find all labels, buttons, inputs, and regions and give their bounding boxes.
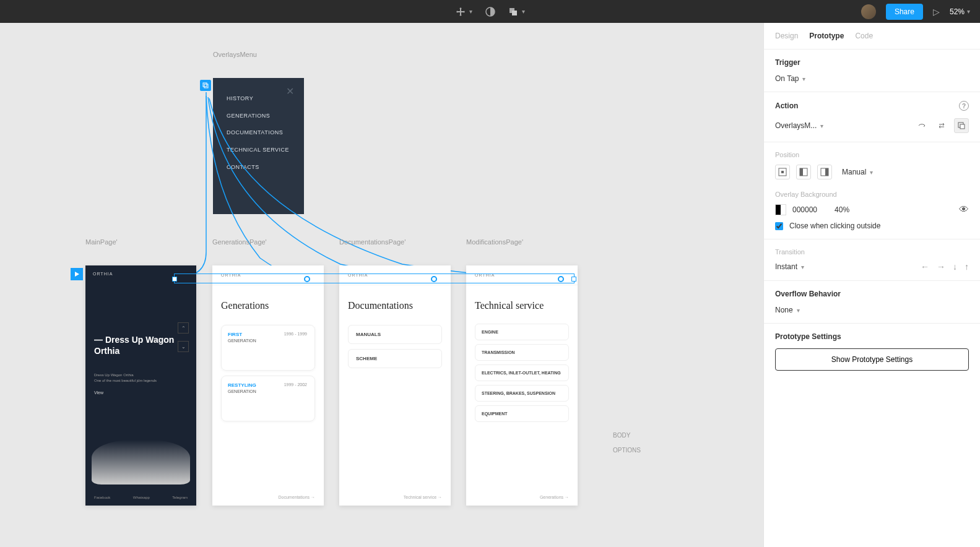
pos-center-icon[interactable]: [775, 165, 790, 179]
navigate-icon[interactable]: [914, 118, 929, 133]
pos-left-icon[interactable]: [796, 165, 811, 179]
menu-item[interactable]: GENERATIONS: [227, 113, 290, 120]
down-icon[interactable]: ⌄: [178, 341, 189, 352]
chevron-down-icon: ▾: [469, 8, 472, 15]
move-tool[interactable]: ▾: [456, 7, 472, 17]
contrast-tool[interactable]: [485, 6, 496, 17]
play-start-icon[interactable]: [71, 268, 83, 280]
documentations-frame[interactable]: ORTHIA Documentations MANUALS SCHEME Tec…: [339, 265, 451, 506]
share-button[interactable]: Share: [886, 4, 923, 20]
position-dropdown[interactable]: Manual▾: [842, 168, 873, 176]
mod-button[interactable]: ENGINE: [475, 324, 569, 340]
transition-label: Transition: [775, 248, 969, 256]
car-image: [92, 440, 190, 485]
overlay-action-icon[interactable]: [954, 118, 969, 133]
svg-rect-2: [512, 11, 517, 15]
color-swatch[interactable]: [775, 204, 786, 215]
swap-icon[interactable]: [934, 118, 949, 133]
svg-rect-6: [960, 124, 965, 129]
action-target-dropdown[interactable]: OverlaysM...▾: [775, 121, 823, 130]
help-icon[interactable]: ?: [959, 101, 969, 111]
footer-link[interactable]: Generations →: [540, 495, 569, 499]
svg-rect-10: [800, 168, 803, 176]
mainpage-frame[interactable]: ORTHIA ⌃ ⌄ — Dress Up Wagon Orthia Dress…: [85, 265, 196, 506]
generations-frame[interactable]: ORTHIA Generations 1996 - 1999 FIRST GEN…: [212, 265, 324, 506]
connection-node[interactable]: [304, 276, 310, 282]
avatar[interactable]: [861, 4, 876, 19]
up-icon[interactable]: ⌃: [178, 322, 189, 334]
tab-design[interactable]: Design: [775, 32, 798, 40]
menu-item[interactable]: DOCUMENTATIONS: [227, 129, 290, 137]
pos-right-icon[interactable]: [817, 165, 832, 179]
footer-link[interactable]: Technical service →: [404, 495, 442, 499]
overflow-title: Overflow Behavior: [775, 290, 969, 298]
svg-rect-8: [781, 171, 784, 173]
page-title: Documentations: [339, 285, 451, 320]
footer-link[interactable]: Documentations →: [278, 495, 315, 499]
play-icon[interactable]: ▷: [933, 7, 940, 17]
close-outside-checkbox[interactable]: Close when clicking outside: [775, 222, 969, 230]
mod-button[interactable]: STEERING, BRAKES, SUSPENSION: [475, 385, 569, 402]
selection-box: [174, 274, 575, 283]
show-prototype-settings-button[interactable]: Show Prototype Settings: [775, 348, 969, 371]
gen-card[interactable]: 1999 - 2002 RESTYLING GENERATION: [221, 376, 315, 421]
frame-label[interactable]: OverlaysMenu: [213, 51, 257, 58]
frame-label[interactable]: ModificationsPage': [466, 238, 523, 246]
main-title: — Dress Up Wagon Orthia: [94, 334, 188, 356]
connection-node[interactable]: [431, 276, 437, 282]
visibility-icon[interactable]: 👁: [959, 204, 969, 215]
brand-logo: ORTHIA: [93, 272, 113, 276]
action-section: Action ? OverlaysM...▾: [764, 92, 980, 142]
connection-node[interactable]: [558, 276, 564, 282]
gen-card[interactable]: 1996 - 1999 FIRST GENERATION: [221, 325, 315, 371]
modifications-frame[interactable]: ORTHIA Technical service ENGINE TRANSMIS…: [466, 265, 578, 506]
page-title: Technical service: [466, 285, 578, 320]
chevron-down-icon: ▾: [522, 8, 525, 15]
transition-section: Transition Instant▾ ← → ↓ ↑: [764, 239, 980, 281]
frame-label[interactable]: DocumentationsPage': [339, 238, 405, 246]
canvas-area[interactable]: OverlaysMenu ✕ HISTORY GENERATIONS DOCUM…: [0, 23, 763, 547]
color-hex[interactable]: 000000: [792, 205, 817, 214]
doc-button[interactable]: SCHEME: [348, 349, 442, 368]
mod-button[interactable]: ELECTRICS, INLET-OUTLET, HEATING: [475, 364, 569, 381]
view-link[interactable]: View: [94, 390, 188, 395]
inspector-tabs: Design Prototype Code: [764, 23, 980, 50]
overflow-dropdown[interactable]: None▾: [775, 306, 969, 314]
tab-prototype[interactable]: Prototype: [809, 32, 844, 40]
arrow-right-icon[interactable]: →: [937, 262, 945, 272]
toolbar-right: Share ▷ 52%▾: [861, 4, 970, 20]
color-opacity[interactable]: 40%: [835, 205, 849, 214]
menu-item[interactable]: HISTORY: [227, 95, 290, 103]
doc-button[interactable]: MANUALS: [348, 325, 442, 344]
zoom-level[interactable]: 52%▾: [950, 7, 970, 16]
tab-code[interactable]: Code: [855, 32, 873, 40]
trigger-dropdown[interactable]: On Tap▾: [775, 74, 969, 83]
page-title: Generations: [212, 285, 324, 320]
prototype-settings-title: Prototype Settings: [775, 332, 969, 341]
frame-label[interactable]: GenerationsPage': [212, 238, 267, 246]
floating-labels: BODY OPTIONS: [613, 428, 641, 458]
mod-button[interactable]: TRANSMISSION: [475, 344, 569, 361]
close-icon[interactable]: ✕: [286, 85, 294, 97]
overlay-bg-label: Overlay Background: [775, 191, 969, 198]
frame-label[interactable]: MainPage': [85, 238, 118, 246]
overlay-options-section: Position Manual▾ Overlay Background 0000…: [764, 142, 980, 239]
mod-button[interactable]: EQUIPMENT: [475, 405, 569, 422]
arrow-up-icon[interactable]: ↑: [965, 262, 969, 272]
shapes-tool[interactable]: ▾: [508, 7, 525, 17]
top-toolbar: ▾ ▾ Share ▷ 52%▾: [0, 0, 980, 23]
overlay-menu-frame[interactable]: ✕ HISTORY GENERATIONS DOCUMENTATIONS TEC…: [213, 78, 304, 214]
transition-dropdown[interactable]: Instant▾: [775, 262, 804, 271]
arrow-down-icon[interactable]: ↓: [953, 262, 957, 272]
checkbox[interactable]: [775, 222, 783, 230]
menu-item[interactable]: TECHNICAL SERVICE: [227, 147, 290, 154]
overflow-section: Overflow Behavior None▾: [764, 281, 980, 324]
overlay-icon[interactable]: [200, 80, 211, 91]
svg-rect-4: [204, 84, 208, 88]
menu-item[interactable]: CONTACTS: [227, 164, 290, 171]
trigger-title: Trigger: [775, 58, 969, 67]
arrow-left-icon[interactable]: ←: [921, 262, 929, 272]
toolbar-center: ▾ ▾: [456, 6, 525, 17]
app-root: ▾ ▾ Share ▷ 52%▾ OverlaysMenu ✕ HISTORY …: [0, 0, 980, 547]
footer-links: Facebook Whatsapp Telegram: [94, 496, 188, 499]
